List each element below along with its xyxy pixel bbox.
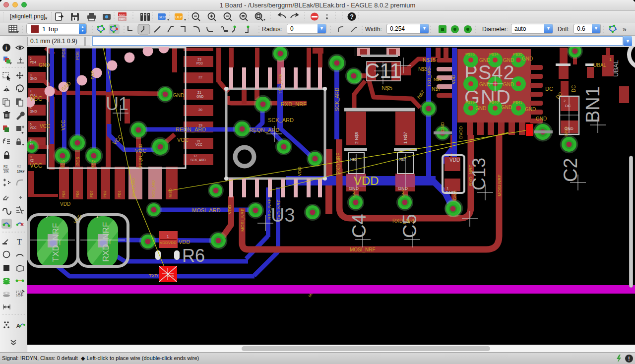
svg-text:VDD: VDD [227, 204, 232, 214]
svg-text:GND: GND [445, 190, 456, 195]
svg-text:17: 17 [193, 154, 197, 158]
svg-text:PD3: PD3 [196, 61, 203, 65]
svg-text:P$35: P$35 [513, 52, 522, 57]
svg-text:DC: DC [545, 86, 553, 92]
svg-text:REQN_ARD: REQN_ARD [249, 127, 279, 133]
svg-text:RXD_NRF: RXD_NRF [392, 218, 416, 224]
svg-text:3: 3 [30, 73, 32, 77]
svg-text:U3: U3 [271, 205, 295, 226]
svg-text:RXD_NRF: RXD_NRF [267, 198, 272, 220]
svg-text:VCC: VCC [177, 137, 189, 143]
svg-text:VCC: VCC [40, 123, 50, 129]
svg-text:X1: X1 [30, 142, 34, 146]
svg-text:SCK_ARD: SCK_ARD [190, 158, 206, 162]
svg-text:TXD_NRF: TXD_NRF [278, 73, 283, 94]
svg-text:N$7: N$7 [399, 158, 406, 161]
svg-text:BN1: BN1 [582, 86, 603, 123]
svg-text:U1: U1 [106, 94, 128, 114]
svg-text:10k: 10k [3, 170, 9, 173]
svg-text:X2: X2 [30, 159, 34, 162]
svg-text:DVDD: DVDD [458, 126, 463, 139]
svg-text:RDYN: RDYN [166, 274, 174, 277]
svg-text:P$41: P$41 [513, 100, 522, 105]
svg-text:R2: R2 [17, 165, 21, 168]
svg-text:GND: GND [398, 186, 408, 191]
svg-text:PD6: PD6 [75, 51, 80, 60]
svg-text:MOS_ARD: MOS_ARD [152, 180, 156, 197]
svg-text:MOSI_ARD: MOSI_ARD [192, 207, 221, 213]
svg-text:GND: GND [39, 62, 50, 68]
svg-text:VCC: VCC [195, 143, 202, 146]
svg-text:22: 22 [198, 75, 202, 79]
svg-text:20: 20 [198, 108, 202, 112]
svg-text:MOSI_NRF: MOSI_NRF [240, 208, 245, 232]
svg-text:C4: C4 [349, 214, 370, 238]
svg-text:N$5: N$5 [381, 85, 392, 92]
svg-text:C11: C11 [365, 59, 401, 82]
svg-text:PD7: PD7 [90, 70, 95, 79]
svg-text:PD2: PD2 [103, 190, 107, 197]
svg-text:!: ! [628, 356, 630, 362]
svg-text:GND: GND [30, 77, 37, 80]
svg-text:1: 1 [609, 57, 612, 62]
svg-text:2: 2 [30, 57, 32, 61]
svg-text:GND: GND [565, 126, 573, 131]
svg-text:9: 9 [30, 155, 32, 159]
svg-text:19: 19 [196, 139, 200, 143]
svg-text:N$7: N$7 [432, 86, 441, 92]
svg-text:PD5: PD5 [61, 160, 65, 169]
svg-text:7: 7 [30, 139, 32, 142]
svg-text:P$34: P$34 [489, 52, 499, 57]
svg-text:5: 5 [30, 106, 32, 110]
svg-text:MOSI NRF: MOSI NRF [497, 174, 502, 196]
svg-text:GND: GND [501, 105, 512, 110]
svg-text:GND: GND [525, 107, 536, 112]
svg-text:REQN_ARD: REQN_ARD [132, 178, 136, 197]
svg-text:VDD: VDD [297, 166, 302, 176]
svg-text:1: 1 [167, 234, 169, 239]
svg-text:PD7: PD7 [90, 190, 93, 197]
svg-text:2 N$5: 2 N$5 [354, 132, 359, 144]
svg-text:PD5: PD5 [62, 190, 65, 197]
svg-text:PD4: PD4 [30, 61, 36, 64]
svg-text:PD6: PD6 [76, 190, 79, 197]
svg-text:N$5: N$5 [350, 158, 357, 161]
svg-text:10k: 10k [17, 170, 23, 173]
svg-text:GND: GND [503, 82, 514, 87]
svg-text:C5: C5 [399, 214, 420, 238]
svg-text:P$40: P$40 [489, 100, 499, 105]
svg-text:19: 19 [198, 123, 202, 127]
svg-text:6: 6 [30, 122, 32, 126]
svg-text:VDDVDD: VDDVDD [160, 241, 177, 245]
svg-text:VCC: VCC [30, 93, 37, 97]
svg-text:VDD: VDD [354, 174, 379, 187]
svg-text:RXD_NRF: RXD_NRF [468, 165, 473, 186]
svg-text:GND: GND [536, 116, 547, 121]
svg-text:4: 4 [30, 90, 32, 93]
svg-text:VDD: VDD [60, 201, 70, 207]
svg-text:SCR: SCR [159, 15, 166, 19]
svg-text:GND: GND [475, 106, 486, 111]
svg-text:TXD_: TXD_ [149, 273, 161, 278]
svg-text:UBAL: UBAL [593, 62, 607, 68]
svg-text:R2: R2 [3, 165, 8, 168]
svg-text:VCC: VCC [61, 120, 66, 130]
svg-text:PD5: PD5 [61, 49, 66, 58]
svg-text:T: T [17, 238, 22, 246]
svg-text:DC: DC [571, 85, 576, 92]
svg-text:N$5: N$5 [434, 77, 442, 82]
svg-text:GND: GND [479, 58, 490, 63]
svg-text:P$33: P$33 [465, 52, 475, 57]
svg-text:PD7: PD7 [91, 160, 96, 169]
svg-text:?: ? [350, 13, 354, 20]
svg-text:RXD_NRF: RXD_NRF [101, 222, 111, 262]
svg-text:ULP: ULP [176, 15, 183, 19]
svg-text:UBAL: UBAL [612, 60, 620, 77]
svg-text:GND: GND [30, 110, 37, 113]
svg-text:1 N$7: 1 N$7 [403, 132, 408, 144]
svg-text:SCK_ARD: SCK_ARD [334, 88, 340, 111]
svg-text:AT: AT [18, 292, 23, 297]
svg-text:VDD: VDD [451, 74, 456, 84]
svg-text:PD1: PD1 [118, 190, 121, 197]
svg-text:VDD: VDD [179, 239, 190, 245]
